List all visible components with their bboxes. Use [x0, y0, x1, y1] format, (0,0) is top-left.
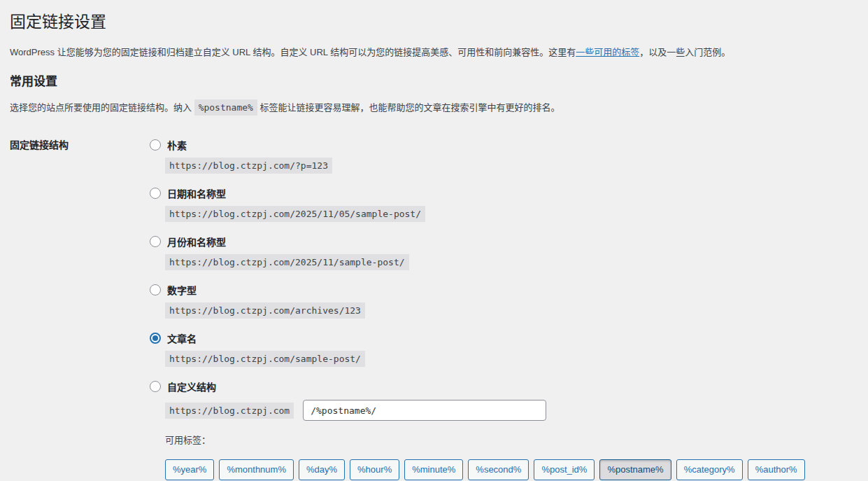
option-plain-label[interactable]: 朴素 — [167, 138, 187, 152]
option-day-name: 日期和名称型 https://blog.ctzpj.com/2025/11/05… — [150, 186, 851, 222]
section-intro-before: 选择您的站点所要使用的固定链接结构。纳入 — [10, 102, 194, 113]
radio-day-name[interactable] — [150, 188, 161, 199]
permalink-structure-form: 固定链接结构 朴素 https://blog.ctzpj.com/?p=123 … — [10, 138, 851, 480]
radio-numeric[interactable] — [150, 284, 161, 295]
tag-button-minute[interactable]: %minute% — [404, 459, 463, 480]
option-numeric-example-url: https://blog.ctzpj.com/archives/123 — [165, 302, 365, 319]
option-day-name-example-url: https://blog.ctzpj.com/2025/11/05/sample… — [165, 206, 425, 222]
option-plain: 朴素 https://blog.ctzpj.com/?p=123 — [150, 138, 851, 174]
option-custom-labelline[interactable]: 自定义结构 — [150, 379, 851, 393]
radio-custom-structure[interactable] — [150, 381, 161, 392]
tag-button-year[interactable]: %year% — [165, 459, 214, 480]
option-numeric-label[interactable]: 数字型 — [167, 283, 197, 297]
option-post-name-label[interactable]: 文章名 — [167, 331, 197, 345]
structure-row-label: 固定链接结构 — [10, 138, 150, 153]
intro-text-before: WordPress 让您能够为您的固定链接和归档建立自定义 URL 结构。自定义… — [10, 47, 576, 57]
permalink-settings-page: 固定链接设置 WordPress 让您能够为您的固定链接和归档建立自定义 URL… — [0, 0, 868, 481]
option-month-name-label[interactable]: 月份和名称型 — [167, 235, 226, 249]
tag-button-post-id[interactable]: %post_id% — [534, 459, 595, 480]
custom-structure-input[interactable] — [303, 400, 546, 421]
page-title: 固定链接设置 — [10, 10, 851, 36]
option-numeric: 数字型 https://blog.ctzpj.com/archives/123 — [150, 283, 851, 319]
option-numeric-labelline[interactable]: 数字型 — [150, 283, 851, 297]
option-plain-labelline[interactable]: 朴素 — [150, 138, 851, 152]
section-intro-paragraph: 选择您的站点所要使用的固定链接结构。纳入 %postname% 标签能让链接更容… — [10, 101, 851, 115]
intro-text-after: ，以及一些入门范例。 — [639, 47, 730, 57]
option-post-name-labelline[interactable]: 文章名 — [150, 331, 851, 345]
option-post-name-example-url: https://blog.ctzpj.com/sample-post/ — [165, 351, 365, 367]
radio-post-name[interactable] — [150, 333, 161, 344]
section-intro-after: 标签能让链接更容易理解，也能帮助您的文章在搜索引擎中有更好的排名。 — [257, 102, 560, 113]
tag-button-day[interactable]: %day% — [299, 459, 345, 480]
option-custom-label[interactable]: 自定义结构 — [167, 379, 216, 393]
structure-options: 朴素 https://blog.ctzpj.com/?p=123 日期和名称型 … — [150, 138, 851, 480]
common-settings-heading: 常用设置 — [10, 74, 851, 90]
radio-month-name[interactable] — [150, 236, 161, 247]
option-day-name-label[interactable]: 日期和名称型 — [167, 186, 226, 200]
available-tags-list: %year% %monthnum% %day% %hour% %minute% … — [165, 459, 851, 480]
custom-structure-base-url: https://blog.ctzpj.com — [165, 403, 294, 419]
option-month-name: 月份和名称型 https://blog.ctzpj.com/2025/11/sa… — [150, 235, 851, 270]
intro-paragraph: WordPress 让您能够为您的固定链接和归档建立自定义 URL 结构。自定义… — [10, 46, 851, 60]
option-day-name-labelline[interactable]: 日期和名称型 — [150, 186, 851, 200]
option-custom-structure: 自定义结构 https://blog.ctzpj.com — [150, 379, 851, 421]
tag-button-author[interactable]: %author% — [748, 459, 805, 480]
custom-structure-line: https://blog.ctzpj.com — [165, 400, 851, 421]
tag-button-second[interactable]: %second% — [468, 459, 529, 480]
tag-button-category[interactable]: %category% — [676, 459, 743, 480]
radio-plain[interactable] — [150, 139, 161, 151]
available-tags-label: 可用标签： — [165, 433, 851, 447]
tag-button-monthnum[interactable]: %monthnum% — [219, 459, 294, 480]
option-plain-example-url: https://blog.ctzpj.com/?p=123 — [165, 158, 332, 174]
option-month-name-example-url: https://blog.ctzpj.com/2025/11/sample-po… — [165, 254, 409, 270]
option-post-name: 文章名 https://blog.ctzpj.com/sample-post/ — [150, 331, 851, 367]
postname-inline-code: %postname% — [194, 99, 257, 116]
tag-button-postname[interactable]: %postname% — [599, 459, 671, 480]
available-tags-link[interactable]: 一些可用的标签 — [576, 47, 639, 57]
tag-button-hour[interactable]: %hour% — [350, 459, 399, 480]
option-month-name-labelline[interactable]: 月份和名称型 — [150, 235, 851, 249]
